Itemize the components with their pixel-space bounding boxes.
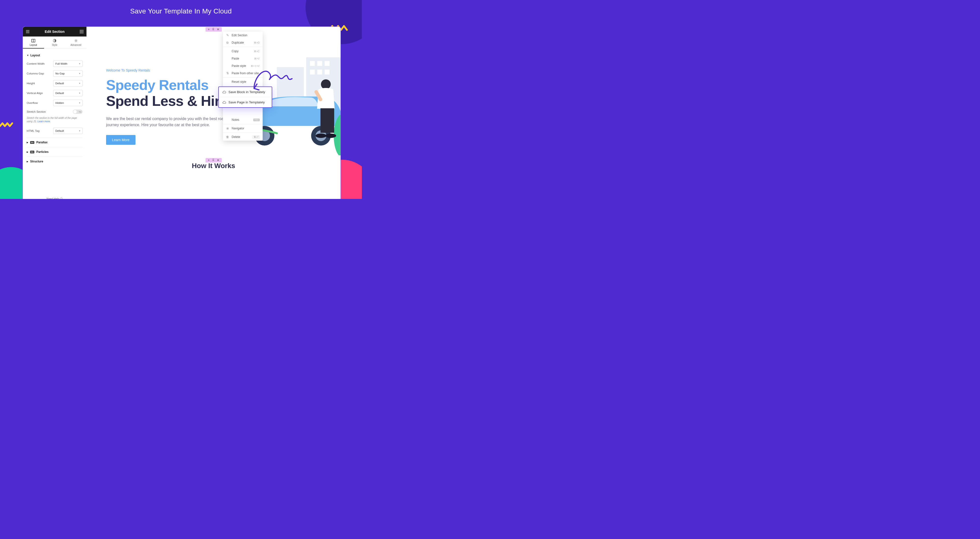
transfer-icon: ⇅ (226, 72, 229, 75)
select-value: Default (56, 92, 64, 95)
field-label: Vertical Align (27, 92, 53, 95)
accordion-label: Parallax (36, 141, 48, 144)
svg-point-26 (321, 79, 331, 89)
learn-more-button[interactable]: Learn More (106, 135, 135, 145)
copy-icon: ⧉ (226, 41, 229, 45)
section-title: Layout (30, 54, 40, 57)
svg-point-29 (325, 134, 336, 138)
svg-point-11 (75, 40, 76, 41)
svg-rect-5 (83, 31, 83, 32)
add-section-icon[interactable]: + (208, 28, 210, 31)
svg-rect-7 (81, 33, 82, 33)
svg-rect-15 (317, 61, 322, 66)
svg-rect-3 (80, 31, 81, 32)
save-page-templately[interactable]: Save Page in Templately (219, 97, 272, 107)
tab-layout[interactable]: Layout (23, 37, 44, 49)
tab-style[interactable]: Style (44, 37, 65, 49)
ctx-paste[interactable]: Paste⌘+V (223, 55, 262, 62)
close-icon[interactable]: ✕ (217, 159, 219, 162)
help-text: Stretch the section to the full width of… (27, 116, 83, 123)
app-frame: Edit Section Layout Style Advanced ▼Layo… (22, 27, 341, 199)
toggle-stretch-section[interactable]: No (73, 110, 83, 114)
field-label: Columns Gap (27, 72, 53, 75)
section-toggle-layout[interactable]: ▼Layout (27, 52, 83, 60)
tab-advanced[interactable]: Advanced (65, 37, 86, 49)
select-html-tag[interactable]: Default▾ (53, 128, 83, 134)
ctx-copy[interactable]: Copy⌘+C (223, 48, 262, 55)
need-help-link[interactable]: Need Help ⓘ (23, 194, 86, 199)
panel-header: Edit Section (23, 27, 86, 37)
zigzag-icon (0, 121, 14, 129)
svg-rect-2 (83, 30, 83, 31)
ctx-edit-section[interactable]: ✎Edit Section (223, 32, 262, 39)
close-icon[interactable]: ✕ (217, 28, 219, 31)
hero-paragraph: We are the best car rental company to pr… (106, 116, 231, 128)
field-label: HTML Tag (27, 129, 53, 132)
editor-sidebar: Edit Section Layout Style Advanced ▼Layo… (23, 27, 86, 199)
ctx-notes[interactable]: NotesPRO (223, 116, 262, 124)
select-vertical-align[interactable]: Default▾ (53, 90, 83, 96)
svg-rect-8 (83, 33, 83, 33)
annotation-arrow-icon (251, 65, 298, 92)
add-section-icon[interactable]: + (208, 159, 210, 162)
caret-down-icon: ▼ (27, 54, 29, 57)
caret-right-icon: ▶ (27, 151, 28, 153)
field-html-tag: HTML Tag Default▾ (27, 128, 83, 134)
field-vertical-align: Vertical Align Default▾ (27, 90, 83, 96)
field-label: Stretch Section (27, 110, 73, 113)
page-canvas[interactable]: + ⠿ ✕ (86, 27, 340, 199)
delete-key-icon: �off (253, 135, 260, 139)
accordion-particles[interactable]: ▶EAParticles (27, 147, 83, 157)
chevron-down-icon: ▾ (79, 130, 80, 132)
section-handle-top[interactable]: + ⠿ ✕ (205, 27, 221, 32)
how-it-works-heading: How It Works (106, 162, 321, 170)
svg-rect-16 (325, 61, 329, 66)
tab-label: Style (52, 44, 57, 46)
field-columns-gap: Columns Gap No Gap▾ (27, 70, 83, 77)
trash-icon: 🗑 (226, 135, 229, 139)
ctx-delete[interactable]: 🗑Delete�off (223, 133, 262, 141)
svg-point-28 (315, 134, 326, 138)
toggle-value: No (79, 111, 81, 113)
field-label: Overflow (27, 102, 53, 104)
chevron-down-icon: ▾ (79, 92, 80, 94)
select-value: Default (56, 82, 64, 85)
learn-more-link[interactable]: Learn more. (38, 120, 51, 123)
select-height[interactable]: Default▾ (53, 80, 83, 86)
tab-label: Layout (30, 44, 37, 46)
layers-icon: ≣ (226, 127, 229, 130)
accordion-parallax[interactable]: ▶EAParallax (27, 137, 83, 147)
cloud-icon (222, 101, 226, 104)
grid-icon[interactable] (79, 29, 84, 34)
select-value: No Gap (56, 72, 65, 75)
menu-icon[interactable] (25, 29, 30, 34)
select-columns-gap[interactable]: No Gap▾ (53, 70, 83, 77)
select-content-width[interactable]: Full Width▾ (53, 60, 83, 67)
svg-rect-18 (317, 70, 322, 75)
select-overflow[interactable]: Hidden▾ (53, 100, 83, 106)
accordion-structure[interactable]: ▶Structure (27, 157, 83, 166)
drag-handle-icon[interactable]: ⠿ (212, 159, 215, 162)
section-handle-bottom[interactable]: + ⠿ ✕ (205, 158, 221, 162)
field-overflow: Overflow Hidden▾ (27, 100, 83, 106)
svg-rect-4 (81, 31, 82, 32)
svg-rect-0 (80, 30, 81, 31)
pro-badge: PRO (253, 119, 259, 121)
ctx-navigator[interactable]: ≣Navigator (223, 125, 262, 132)
drag-handle-icon[interactable]: ⠿ (212, 28, 215, 31)
pencil-icon: ✎ (226, 33, 229, 37)
accordion-label: Structure (30, 160, 43, 163)
caret-right-icon: ▶ (27, 161, 28, 163)
accordion-label: Particles (36, 150, 49, 154)
caret-right-icon: ▶ (27, 142, 28, 143)
ctx-duplicate[interactable]: ⧉Duplicate⌘+D (223, 39, 262, 46)
svg-rect-17 (310, 70, 315, 75)
select-value: Default (56, 129, 64, 132)
chevron-down-icon: ▾ (79, 62, 80, 65)
ea-badge: EA (30, 141, 34, 144)
help-icon: ⓘ (60, 197, 63, 199)
field-content-width: Content Width Full Width▾ (27, 60, 83, 67)
svg-rect-1 (81, 30, 82, 31)
field-label: Content Width (27, 62, 53, 65)
field-height: Height Default▾ (27, 80, 83, 86)
